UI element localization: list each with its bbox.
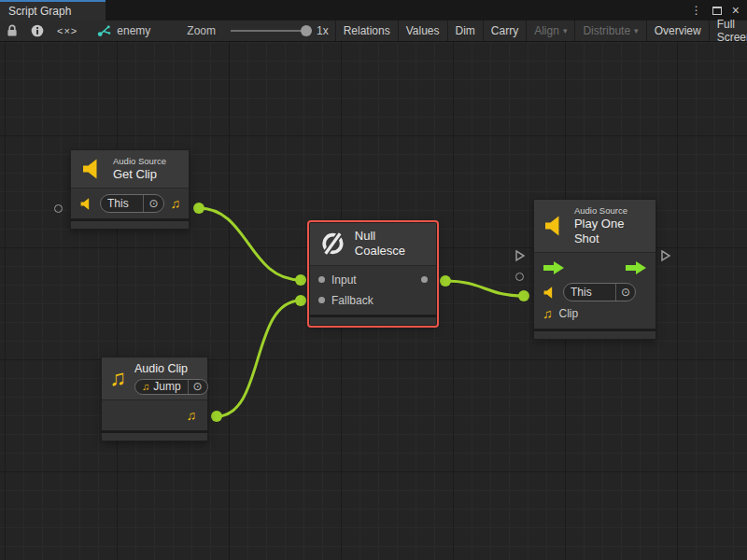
lock-icon <box>7 24 18 37</box>
node-audio-clip[interactable]: ♫ Audio Clip ♫Jump ⊙ ♫ <box>101 357 208 441</box>
audio-source-icon <box>543 287 557 299</box>
zoom-label: Zoom <box>180 21 222 41</box>
lock-button[interactable] <box>0 21 24 41</box>
node-title: Play One Shot <box>574 217 646 247</box>
this-object-field[interactable]: This ⊙ <box>100 194 164 213</box>
flow-in-arrow-icon[interactable] <box>543 261 565 274</box>
distribute-dropdown[interactable]: Distribute ▾ <box>574 21 645 41</box>
output-port-row: ♫ <box>102 400 207 430</box>
chevron-down-icon: ▾ <box>563 26 568 35</box>
music-note-icon: ♫ <box>187 409 197 422</box>
node-header-text: Audio Source Get Clip <box>113 156 166 182</box>
port-dot-getclip-output[interactable] <box>193 203 204 214</box>
this-port-row: This ⊙ ♫ <box>71 189 189 218</box>
tab-script-graph[interactable]: Script Graph <box>0 0 106 21</box>
maximize-icon[interactable] <box>712 7 722 15</box>
graph-toolbar: <×> enemy Zoom 1x Relations Values Dim C… <box>0 21 747 42</box>
node-play-one-shot-body: This ⊙ ♫ Clip <box>533 252 656 329</box>
node-get-clip-footer <box>70 219 190 230</box>
node-play-one-shot-header[interactable]: Audio Source Play One Shot <box>533 199 656 252</box>
null-coalesce-icon <box>319 230 346 258</box>
audio-source-icon <box>79 198 93 210</box>
node-header-text: Audio Clip ♫Jump ⊙ <box>134 362 208 395</box>
node-audio-clip-header[interactable]: ♫ Audio Clip ♫Jump ⊙ <box>101 357 208 399</box>
wire-getclip-to-input <box>199 208 301 280</box>
input-port-row: Input <box>310 270 436 290</box>
zoom-slider-track[interactable] <box>231 30 309 32</box>
port-dot-null-output[interactable] <box>440 275 451 287</box>
menu-kebab-icon[interactable]: ⋮ <box>691 5 702 16</box>
node-header-text: Audio Source Play One Shot <box>574 205 646 246</box>
code-icon: <×> <box>57 25 78 36</box>
node-title: Null Coalesce <box>355 229 427 259</box>
this-field-value: This <box>101 197 143 210</box>
music-note-icon: ♫ <box>543 307 553 320</box>
carry-label: Carry <box>491 24 518 37</box>
zoom-slider[interactable] <box>222 21 317 41</box>
fallback-port[interactable] <box>318 297 325 303</box>
info-button[interactable] <box>24 21 50 41</box>
values-button[interactable]: Values <box>398 21 447 41</box>
port-flow-in[interactable] <box>514 249 526 262</box>
node-get-clip[interactable]: Audio Source Get Clip This ⊙ ♫ <box>70 149 190 230</box>
node-play-one-shot[interactable]: Audio Source Play One Shot This ⊙ <box>533 199 656 340</box>
node-category: Audio Source <box>113 156 166 167</box>
clip-object-field[interactable]: ♫Jump ⊙ <box>134 379 208 395</box>
info-icon <box>31 24 44 37</box>
port-dot-null-input[interactable] <box>295 274 306 286</box>
port-flow-out[interactable] <box>660 249 671 262</box>
titlebar-spacer <box>106 0 691 21</box>
overview-label: Overview <box>655 24 701 37</box>
close-icon[interactable]: × <box>732 4 740 17</box>
clip-port-row: ♫ Clip <box>534 303 655 324</box>
flow-out-arrow-icon[interactable] <box>625 261 647 274</box>
object-picker-icon[interactable]: ⊙ <box>615 284 635 301</box>
align-label: Align <box>534 24 559 37</box>
port-dot-playoneshot-clip[interactable] <box>518 290 529 301</box>
align-dropdown[interactable]: Align ▾ <box>526 21 574 41</box>
this-port-row: This ⊙ <box>534 281 655 303</box>
overview-button[interactable]: Overview <box>646 21 709 41</box>
node-null-coalesce[interactable]: Null Coalesce Input Fallback <box>309 222 437 326</box>
clip-field-value: ♫Jump <box>135 380 188 394</box>
object-picker-icon[interactable]: ⊙ <box>188 380 207 394</box>
audio-source-icon <box>80 159 105 179</box>
tab-label: Script Graph <box>8 5 71 18</box>
graph-breadcrumb[interactable]: enemy <box>97 21 150 41</box>
dim-button[interactable]: Dim <box>447 21 483 41</box>
graph-canvas[interactable]: Audio Source Get Clip This ⊙ ♫ <box>0 42 747 560</box>
port-dot-audioclip-output[interactable] <box>211 411 222 422</box>
carry-button[interactable]: Carry <box>483 21 526 41</box>
code-view-button[interactable]: <×> <box>50 21 84 41</box>
node-audio-clip-footer <box>101 431 208 441</box>
node-null-coalesce-body: Input Fallback <box>309 265 437 315</box>
full-screen-button[interactable]: Full Screen <box>709 21 747 41</box>
input-port[interactable] <box>318 276 325 283</box>
fallback-port-row: Fallback <box>310 290 436 311</box>
values-label: Values <box>406 24 440 37</box>
graph-name: enemy <box>117 24 150 37</box>
port-playoneshot-this-input[interactable] <box>515 273 524 281</box>
toolbar-buttons: Relations Values Dim Carry Align ▾ Distr… <box>335 21 747 41</box>
zoom-slider-handle[interactable] <box>301 25 312 36</box>
node-null-coalesce-header[interactable]: Null Coalesce <box>309 222 437 265</box>
node-audio-clip-body: ♫ <box>101 399 208 431</box>
dim-label: Dim <box>456 24 475 37</box>
music-note-icon: ♫ <box>142 382 149 392</box>
this-object-field[interactable]: This ⊙ <box>563 283 636 301</box>
port-dot-null-fallback[interactable] <box>295 295 306 306</box>
clip-field-text: Jump <box>153 380 180 394</box>
relations-label: Relations <box>344 24 390 37</box>
clip-port-label: Clip <box>559 307 579 320</box>
port-getclip-this-input[interactable] <box>54 204 63 213</box>
node-category: Audio Source <box>574 205 646 217</box>
graph-icon <box>97 24 112 37</box>
fallback-port-label: Fallback <box>331 294 374 307</box>
audio-clip-icon: ♫ <box>109 367 126 389</box>
node-title: Audio Clip <box>134 362 208 377</box>
result-output-port[interactable] <box>421 276 428 283</box>
node-get-clip-header[interactable]: Audio Source Get Clip <box>70 149 190 188</box>
zoom-value: 1x <box>317 21 335 41</box>
relations-button[interactable]: Relations <box>335 21 398 41</box>
object-picker-icon[interactable]: ⊙ <box>143 195 162 212</box>
